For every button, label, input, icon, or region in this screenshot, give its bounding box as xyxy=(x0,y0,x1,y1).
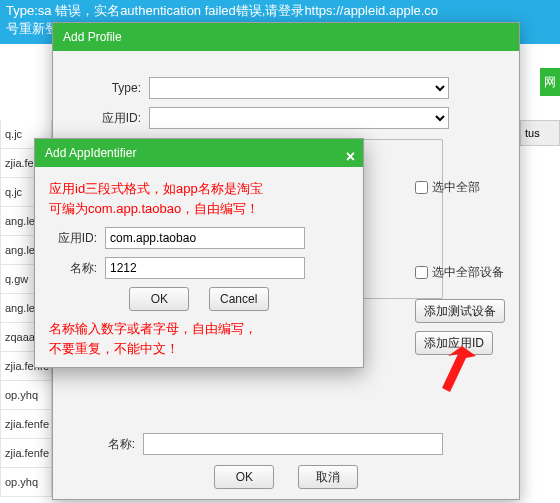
table-row: zjia.fenfe xyxy=(0,439,52,468)
background-table-right: tus xyxy=(520,120,560,146)
outer-cancel-button[interactable]: 取消 xyxy=(298,465,358,489)
close-icon[interactable]: × xyxy=(346,143,355,171)
table-header-status: tus xyxy=(520,120,560,146)
appid-input[interactable] xyxy=(105,227,305,249)
name-label-outer: 名称: xyxy=(63,436,143,453)
tip-line-1: 应用id三段式格式，如app名称是淘宝 xyxy=(49,179,349,199)
outer-ok-button[interactable]: OK xyxy=(214,465,274,489)
appid-label-outer: 应用ID: xyxy=(69,110,149,127)
tip-line-3: 名称输入数字或者字母，自由编写， xyxy=(49,319,349,339)
name-input-outer[interactable] xyxy=(143,433,443,455)
tip-line-4: 不要重复，不能中文！ xyxy=(49,339,349,359)
appid-label-inner: 应用ID: xyxy=(49,230,105,247)
add-appidentifier-titlebar[interactable]: Add AppIdentifier × xyxy=(35,139,363,167)
table-row: op.yhq xyxy=(0,468,52,497)
table-row: zjia.fenfe xyxy=(0,410,52,439)
add-appidentifier-title: Add AppIdentifier xyxy=(45,146,136,160)
table-row: op.yhq xyxy=(0,381,52,410)
add-profile-titlebar[interactable]: Add Profile xyxy=(53,23,519,51)
side-tab[interactable]: 网 xyxy=(540,68,560,96)
select-all-label: 选中全部 xyxy=(432,179,480,196)
select-all-devices-row[interactable]: 选中全部设备 xyxy=(415,264,504,281)
add-appidentifier-dialog: Add AppIdentifier × 应用id三段式格式，如app名称是淘宝 … xyxy=(34,138,364,368)
banner-line1: Type:sa 错误，实名authentication failed错误,请登录… xyxy=(6,2,554,20)
add-profile-title: Add Profile xyxy=(63,30,122,44)
add-test-device-button[interactable]: 添加测试设备 xyxy=(415,299,505,323)
type-label: Type: xyxy=(69,81,149,95)
inner-cancel-button[interactable]: Cancel xyxy=(209,287,269,311)
select-all-devices-checkbox[interactable] xyxy=(415,266,428,279)
select-all-row[interactable]: 选中全部 xyxy=(415,179,480,196)
select-all-checkbox[interactable] xyxy=(415,181,428,194)
inner-ok-button[interactable]: OK xyxy=(129,287,189,311)
select-all-devices-label: 选中全部设备 xyxy=(432,264,504,281)
name-input-inner[interactable] xyxy=(105,257,305,279)
tip-line-2: 可编为com.app.taobao，自由编写！ xyxy=(49,199,349,219)
add-app-id-button[interactable]: 添加应用ID xyxy=(415,331,493,355)
name-label-inner: 名称: xyxy=(49,260,105,277)
type-select[interactable] xyxy=(149,77,449,99)
appid-select[interactable] xyxy=(149,107,449,129)
